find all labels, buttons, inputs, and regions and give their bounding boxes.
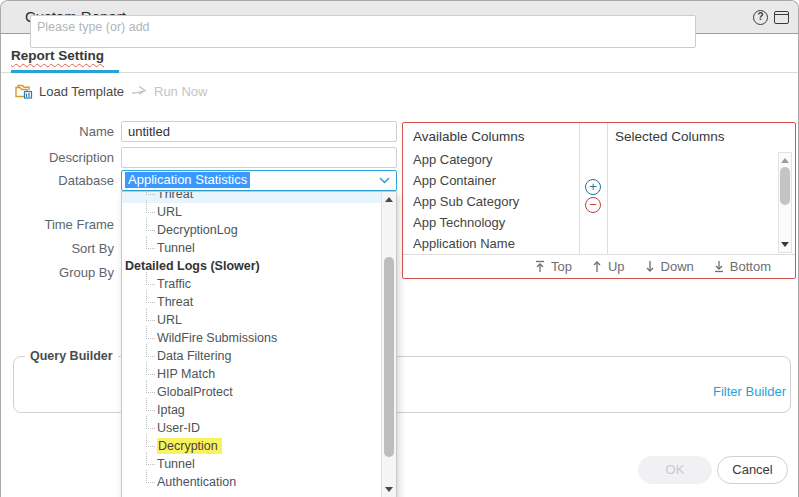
dropdown-item[interactable]: Threat xyxy=(122,293,381,311)
dropdown-item[interactable]: Iptag xyxy=(122,401,381,419)
scroll-up-icon[interactable] xyxy=(382,192,396,208)
available-columns-list: App CategoryApp ContainerApp Sub Categor… xyxy=(403,149,563,254)
query-input[interactable] xyxy=(30,15,696,48)
dropdown-item[interactable]: HIP Match xyxy=(122,365,381,383)
move-top-label: Top xyxy=(551,259,572,274)
list-item[interactable]: App Technology xyxy=(403,212,563,233)
dropdown-item[interactable]: Tunnel xyxy=(122,239,381,257)
description-input[interactable] xyxy=(121,147,397,168)
toolbar: Load Template Run Now xyxy=(1,79,798,105)
move-up-button[interactable]: Up xyxy=(591,259,625,274)
window-maximize-icon[interactable] xyxy=(774,11,789,24)
load-template-button[interactable]: Load Template xyxy=(15,79,124,103)
arrow-to-bottom-icon xyxy=(713,260,725,273)
folder-template-icon xyxy=(15,84,33,99)
move-bottom-label: Bottom xyxy=(730,259,771,274)
list-item[interactable]: App Sub Category xyxy=(403,191,563,212)
name-input[interactable] xyxy=(121,121,397,142)
list-item[interactable]: Application Name xyxy=(403,233,563,254)
description-label: Description xyxy=(1,147,114,168)
list-item[interactable]: App Category xyxy=(403,149,563,170)
dropdown-item[interactable]: GlobalProtect xyxy=(122,383,381,401)
cancel-button[interactable]: Cancel xyxy=(717,456,788,484)
dropdown-item[interactable]: User-ID xyxy=(122,419,381,437)
scroll-down-icon[interactable] xyxy=(382,481,396,497)
custom-report-dialog: Custom Report ? Report Setting Load Temp… xyxy=(0,0,799,497)
filter-builder-link[interactable]: Filter Builder xyxy=(713,384,786,399)
database-label: Database xyxy=(1,170,114,191)
move-up-label: Up xyxy=(608,259,625,274)
chevron-down-icon xyxy=(379,177,390,184)
group-by-label: Group By xyxy=(1,262,114,283)
dropdown-group-header: Detailed Logs (Slower) xyxy=(122,257,381,275)
run-now-label: Run Now xyxy=(154,84,207,99)
column-move-toolbar: Top Up Down Bottom xyxy=(403,254,795,278)
name-label: Name xyxy=(1,121,114,142)
run-arrow-icon xyxy=(131,85,148,97)
scrollbar-thumb[interactable] xyxy=(384,257,394,457)
help-icon[interactable]: ? xyxy=(753,10,768,25)
selected-columns-header: Selected Columns xyxy=(615,129,725,144)
move-down-label: Down xyxy=(661,259,694,274)
dropdown-scrollbar[interactable] xyxy=(381,192,396,497)
load-template-label: Load Template xyxy=(39,84,124,99)
time-frame-label: Time Frame xyxy=(1,214,114,235)
move-top-button[interactable]: Top xyxy=(534,259,572,274)
arrow-to-top-icon xyxy=(534,260,546,273)
dropdown-item[interactable]: DecryptionLog xyxy=(122,221,381,239)
dropdown-item[interactable]: WildFire Submissions xyxy=(122,329,381,347)
run-now-button: Run Now xyxy=(131,79,207,103)
available-columns-header: Available Columns xyxy=(413,129,525,144)
query-builder-legend: Query Builder xyxy=(25,349,118,363)
dropdown-item[interactable]: Tunnel xyxy=(122,455,381,473)
move-down-button[interactable]: Down xyxy=(644,259,694,274)
columns-panel: Available Columns Selected Columns App C… xyxy=(402,122,796,279)
sort-by-label: Sort By xyxy=(1,238,114,259)
arrow-down-icon xyxy=(644,260,656,273)
database-dropdown-list: ThreatURLDecryptionLogTunnelDetailed Log… xyxy=(122,191,381,491)
panel-divider-left xyxy=(579,123,580,254)
dropdown-item[interactable]: Authentication xyxy=(122,473,381,491)
ok-button: OK xyxy=(638,456,712,484)
dropdown-item[interactable]: URL xyxy=(122,203,381,221)
database-dropdown: ThreatURLDecryptionLogTunnelDetailed Log… xyxy=(121,191,397,497)
tab-report-setting[interactable]: Report Setting xyxy=(11,48,104,63)
add-column-button[interactable]: + xyxy=(585,179,601,195)
remove-column-button[interactable]: − xyxy=(585,197,601,213)
dropdown-item[interactable]: Data Filtering xyxy=(122,347,381,365)
selected-columns-list[interactable] xyxy=(608,149,795,254)
dropdown-item[interactable]: Threat xyxy=(122,191,381,203)
list-item[interactable]: App Container xyxy=(403,170,563,191)
dropdown-item[interactable]: Decryption xyxy=(122,437,381,455)
arrow-up-icon xyxy=(591,260,603,273)
database-selected-value: Application Statistics xyxy=(125,172,250,188)
dropdown-item[interactable]: Traffic xyxy=(122,275,381,293)
database-select[interactable]: Application Statistics xyxy=(121,170,397,191)
dropdown-item[interactable]: URL xyxy=(122,311,381,329)
move-bottom-button[interactable]: Bottom xyxy=(713,259,771,274)
tab-active-underline xyxy=(11,70,119,73)
